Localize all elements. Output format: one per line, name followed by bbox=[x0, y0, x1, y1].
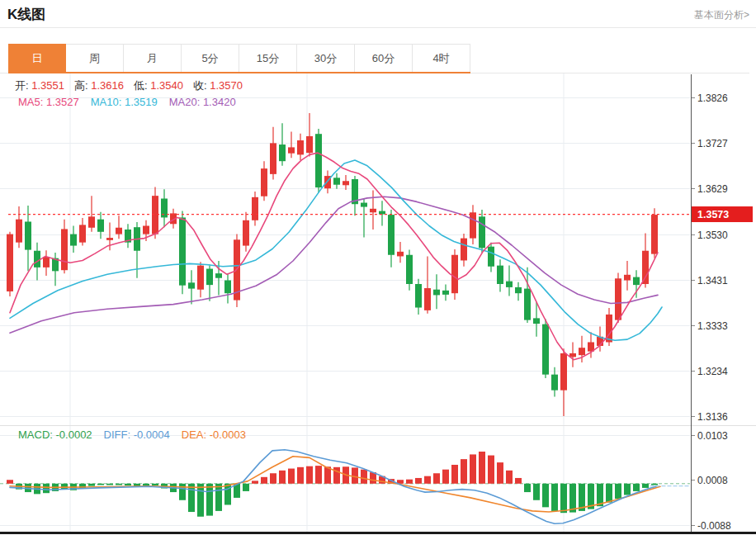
candle-body bbox=[433, 290, 440, 296]
candle-body bbox=[651, 215, 658, 254]
candle-body bbox=[97, 220, 104, 232]
candle-body bbox=[61, 229, 68, 270]
kline-widget: K线图 基本面分析> 日周月5分15分30分60分4时 1.38261.3727… bbox=[0, 0, 756, 535]
candle-body bbox=[152, 196, 158, 234]
candle-body bbox=[243, 220, 249, 246]
candle-body bbox=[442, 291, 449, 295]
candle-body bbox=[415, 284, 422, 308]
candle-body bbox=[551, 375, 558, 391]
candle-body bbox=[388, 215, 395, 255]
macd-bar bbox=[624, 484, 631, 495]
macd-bar bbox=[515, 478, 522, 484]
candle-body bbox=[16, 220, 22, 243]
candle-body bbox=[424, 288, 431, 310]
macd-bar bbox=[288, 469, 295, 484]
macd-bar bbox=[152, 484, 158, 485]
candle-body bbox=[116, 228, 122, 234]
macd-bar bbox=[470, 454, 476, 483]
axis-label: 1.3530 bbox=[697, 230, 728, 241]
candle-body bbox=[88, 216, 95, 227]
macd-bar bbox=[270, 473, 276, 484]
macd-bar bbox=[533, 484, 540, 500]
macd-bar bbox=[642, 484, 649, 488]
macd-bar bbox=[297, 467, 304, 484]
axis-label: 0.0008 bbox=[697, 475, 728, 486]
candle-body bbox=[615, 278, 621, 320]
candle-body bbox=[343, 181, 349, 185]
chart-bottom-border bbox=[0, 532, 756, 534]
macd-bar bbox=[116, 484, 122, 485]
macd-bar bbox=[442, 470, 449, 484]
macd-bar bbox=[279, 471, 286, 484]
macd-bar bbox=[252, 481, 258, 483]
macd-bar bbox=[106, 484, 113, 485]
macd-bar bbox=[224, 484, 231, 505]
candle-body bbox=[252, 197, 258, 220]
macd-bar bbox=[451, 465, 458, 484]
macd-bar bbox=[7, 480, 13, 484]
candle-body bbox=[461, 239, 467, 261]
macd-bar bbox=[243, 484, 249, 491]
candle-body bbox=[479, 216, 485, 248]
candle-body bbox=[143, 226, 149, 234]
candle-body bbox=[7, 234, 13, 291]
candle-body bbox=[279, 144, 286, 161]
macd-bar bbox=[197, 484, 204, 517]
candle-body bbox=[306, 136, 313, 153]
macd-bar bbox=[606, 484, 612, 503]
macd-bar bbox=[361, 470, 367, 484]
candle-body bbox=[542, 324, 549, 375]
candle-body bbox=[315, 134, 322, 187]
macd-bar bbox=[433, 473, 440, 484]
candle-body bbox=[470, 212, 476, 238]
candle-body bbox=[642, 251, 649, 284]
macd-bar bbox=[215, 484, 222, 511]
candle-body bbox=[533, 318, 540, 324]
candle-body bbox=[224, 281, 231, 294]
candle-body bbox=[197, 266, 204, 290]
macd-bar bbox=[524, 484, 531, 492]
macd-bar bbox=[206, 484, 213, 516]
macd-bar bbox=[542, 484, 549, 508]
axis-label: -0.0088 bbox=[697, 520, 731, 532]
candle-body bbox=[633, 277, 640, 286]
candle-body bbox=[206, 269, 213, 286]
macd-bar bbox=[415, 478, 422, 484]
candle-body bbox=[179, 217, 186, 285]
candle-body bbox=[370, 209, 376, 212]
axis-label: 1.3136 bbox=[697, 411, 728, 423]
macd-bar bbox=[43, 484, 50, 493]
macd-bar bbox=[651, 484, 658, 485]
candle-body bbox=[34, 251, 40, 268]
macd-bar bbox=[569, 484, 576, 513]
macd-bar bbox=[406, 480, 413, 484]
axis-label: 1.3727 bbox=[697, 138, 728, 149]
candle-body bbox=[261, 168, 267, 196]
macd-bar bbox=[506, 471, 513, 484]
ma20-line bbox=[10, 196, 658, 333]
macd-bar bbox=[125, 484, 131, 485]
macd-bar bbox=[560, 484, 567, 513]
candle-body bbox=[524, 289, 531, 320]
axis-label: 1.3234 bbox=[697, 366, 728, 377]
candle-body bbox=[106, 238, 113, 240]
candle-body bbox=[497, 266, 503, 284]
macd-bar bbox=[315, 466, 322, 484]
candle-body bbox=[297, 140, 304, 154]
candle-body bbox=[79, 225, 86, 242]
macd-bar bbox=[488, 456, 494, 484]
macd-bar bbox=[424, 476, 431, 484]
candle-body bbox=[506, 282, 513, 287]
macd-bar bbox=[261, 477, 267, 484]
axis-label: 1.3629 bbox=[697, 183, 728, 195]
macd-bar bbox=[97, 484, 104, 485]
candle-body bbox=[70, 234, 77, 246]
macd-bar bbox=[88, 484, 95, 486]
macd-bar bbox=[179, 484, 186, 500]
candle-body bbox=[361, 203, 367, 207]
candle-body bbox=[43, 257, 50, 268]
macd-bar bbox=[333, 467, 340, 484]
axis-label: 0.0103 bbox=[697, 430, 728, 442]
candle-body bbox=[215, 273, 222, 278]
macd-bar bbox=[615, 484, 621, 499]
